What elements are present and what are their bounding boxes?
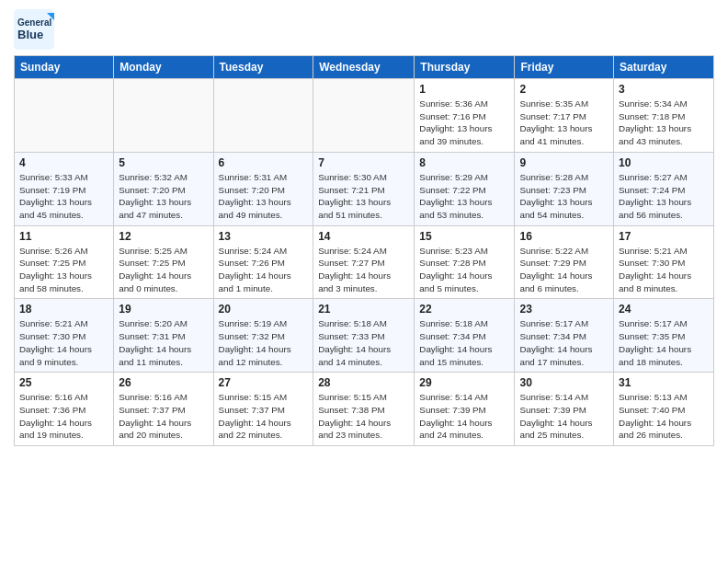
svg-text:General: General xyxy=(17,17,51,28)
calendar-cell: 9Sunrise: 5:28 AMSunset: 7:23 PMDaylight… xyxy=(515,152,614,225)
weekday-header: Saturday xyxy=(614,56,714,79)
day-number: 7 xyxy=(318,156,409,169)
weekday-header: Sunday xyxy=(15,56,114,79)
day-number: 22 xyxy=(419,303,509,316)
day-number: 14 xyxy=(318,230,409,243)
day-info: Sunrise: 5:26 AMSunset: 7:25 PMDaylight:… xyxy=(19,245,108,295)
day-number: 3 xyxy=(619,83,709,96)
day-info: Sunrise: 5:14 AMSunset: 7:39 PMDaylight:… xyxy=(419,391,509,442)
day-info: Sunrise: 5:36 AMSunset: 7:16 PMDaylight:… xyxy=(419,98,509,148)
day-info: Sunrise: 5:21 AMSunset: 7:30 PMDaylight:… xyxy=(619,245,709,295)
calendar-cell: 7Sunrise: 5:30 AMSunset: 7:21 PMDaylight… xyxy=(313,152,415,225)
weekday-header-row: SundayMondayTuesdayWednesdayThursdayFrid… xyxy=(15,56,714,79)
calendar-week-row: 11Sunrise: 5:26 AMSunset: 7:25 PMDayligh… xyxy=(15,225,714,299)
day-info: Sunrise: 5:24 AMSunset: 7:26 PMDaylight:… xyxy=(219,245,309,295)
day-number: 6 xyxy=(219,156,309,169)
calendar-cell: 14Sunrise: 5:24 AMSunset: 7:27 PMDayligh… xyxy=(313,225,415,299)
calendar-cell: 22Sunrise: 5:18 AMSunset: 7:34 PMDayligh… xyxy=(415,299,515,373)
day-info: Sunrise: 5:34 AMSunset: 7:18 PMDaylight:… xyxy=(619,98,709,148)
day-info: Sunrise: 5:13 AMSunset: 7:40 PMDaylight:… xyxy=(619,391,709,442)
page-container: General Blue SundayMondayTuesdayWednesda… xyxy=(0,0,728,455)
day-info: Sunrise: 5:16 AMSunset: 7:36 PMDaylight:… xyxy=(19,391,108,442)
calendar-cell: 26Sunrise: 5:16 AMSunset: 7:37 PMDayligh… xyxy=(114,373,213,446)
weekday-header: Tuesday xyxy=(213,56,313,79)
day-number: 4 xyxy=(19,156,108,169)
weekday-header: Wednesday xyxy=(313,56,415,79)
page-header: General Blue xyxy=(14,9,714,50)
day-info: Sunrise: 5:18 AMSunset: 7:33 PMDaylight:… xyxy=(318,317,409,368)
calendar-cell: 17Sunrise: 5:21 AMSunset: 7:30 PMDayligh… xyxy=(614,225,714,299)
day-number: 15 xyxy=(419,230,509,243)
calendar-cell: 21Sunrise: 5:18 AMSunset: 7:33 PMDayligh… xyxy=(313,299,415,373)
day-info: Sunrise: 5:17 AMSunset: 7:35 PMDaylight:… xyxy=(619,317,709,368)
day-number: 23 xyxy=(519,303,609,316)
day-number: 31 xyxy=(619,376,709,389)
day-number: 26 xyxy=(119,376,208,389)
day-number: 20 xyxy=(219,303,309,316)
day-info: Sunrise: 5:19 AMSunset: 7:32 PMDaylight:… xyxy=(219,317,309,368)
calendar-table: SundayMondayTuesdayWednesdayThursdayFrid… xyxy=(14,55,714,446)
weekday-header: Monday xyxy=(114,56,213,79)
day-info: Sunrise: 5:24 AMSunset: 7:27 PMDaylight:… xyxy=(318,245,409,295)
calendar-cell: 2Sunrise: 5:35 AMSunset: 7:17 PMDaylight… xyxy=(515,79,614,153)
calendar-cell: 13Sunrise: 5:24 AMSunset: 7:26 PMDayligh… xyxy=(213,225,313,299)
calendar-cell: 24Sunrise: 5:17 AMSunset: 7:35 PMDayligh… xyxy=(614,299,714,373)
day-number: 9 xyxy=(519,156,609,169)
calendar-week-row: 25Sunrise: 5:16 AMSunset: 7:36 PMDayligh… xyxy=(15,373,714,446)
day-number: 18 xyxy=(19,303,108,316)
day-number: 16 xyxy=(519,230,609,243)
day-number: 27 xyxy=(219,376,309,389)
day-number: 1 xyxy=(419,83,509,96)
day-info: Sunrise: 5:17 AMSunset: 7:34 PMDaylight:… xyxy=(519,317,609,368)
svg-text:Blue: Blue xyxy=(17,28,43,41)
calendar-cell: 5Sunrise: 5:32 AMSunset: 7:20 PMDaylight… xyxy=(114,152,213,225)
weekday-header: Thursday xyxy=(415,56,515,79)
day-info: Sunrise: 5:21 AMSunset: 7:30 PMDaylight:… xyxy=(19,317,108,368)
calendar-cell xyxy=(15,79,114,153)
calendar-week-row: 18Sunrise: 5:21 AMSunset: 7:30 PMDayligh… xyxy=(15,299,714,373)
day-info: Sunrise: 5:18 AMSunset: 7:34 PMDaylight:… xyxy=(419,317,509,368)
calendar-cell: 10Sunrise: 5:27 AMSunset: 7:24 PMDayligh… xyxy=(614,152,714,225)
day-number: 13 xyxy=(219,230,309,243)
day-number: 12 xyxy=(119,230,208,243)
day-info: Sunrise: 5:30 AMSunset: 7:21 PMDaylight:… xyxy=(318,171,409,222)
day-info: Sunrise: 5:29 AMSunset: 7:22 PMDaylight:… xyxy=(419,171,509,222)
calendar-cell: 20Sunrise: 5:19 AMSunset: 7:32 PMDayligh… xyxy=(213,299,313,373)
day-number: 30 xyxy=(519,376,609,389)
day-number: 28 xyxy=(318,376,409,389)
calendar-cell: 15Sunrise: 5:23 AMSunset: 7:28 PMDayligh… xyxy=(415,225,515,299)
calendar-cell: 18Sunrise: 5:21 AMSunset: 7:30 PMDayligh… xyxy=(15,299,114,373)
day-info: Sunrise: 5:15 AMSunset: 7:37 PMDaylight:… xyxy=(219,391,309,442)
calendar-cell: 28Sunrise: 5:15 AMSunset: 7:38 PMDayligh… xyxy=(313,373,415,446)
logo: General Blue xyxy=(14,9,54,50)
day-number: 11 xyxy=(19,230,108,243)
calendar-cell: 11Sunrise: 5:26 AMSunset: 7:25 PMDayligh… xyxy=(15,225,114,299)
day-info: Sunrise: 5:22 AMSunset: 7:29 PMDaylight:… xyxy=(519,245,609,295)
day-number: 24 xyxy=(619,303,709,316)
calendar-cell: 1Sunrise: 5:36 AMSunset: 7:16 PMDaylight… xyxy=(415,79,515,153)
day-info: Sunrise: 5:32 AMSunset: 7:20 PMDaylight:… xyxy=(119,171,208,222)
day-number: 5 xyxy=(119,156,208,169)
day-number: 2 xyxy=(519,83,609,96)
day-info: Sunrise: 5:23 AMSunset: 7:28 PMDaylight:… xyxy=(419,245,509,295)
calendar-cell: 19Sunrise: 5:20 AMSunset: 7:31 PMDayligh… xyxy=(114,299,213,373)
calendar-cell xyxy=(213,79,313,153)
weekday-header: Friday xyxy=(515,56,614,79)
day-info: Sunrise: 5:20 AMSunset: 7:31 PMDaylight:… xyxy=(119,317,208,368)
calendar-cell: 30Sunrise: 5:14 AMSunset: 7:39 PMDayligh… xyxy=(515,373,614,446)
calendar-cell: 4Sunrise: 5:33 AMSunset: 7:19 PMDaylight… xyxy=(15,152,114,225)
day-number: 25 xyxy=(19,376,108,389)
day-number: 21 xyxy=(318,303,409,316)
day-number: 10 xyxy=(619,156,709,169)
calendar-cell: 3Sunrise: 5:34 AMSunset: 7:18 PMDaylight… xyxy=(614,79,714,153)
day-info: Sunrise: 5:27 AMSunset: 7:24 PMDaylight:… xyxy=(619,171,709,222)
calendar-cell: 25Sunrise: 5:16 AMSunset: 7:36 PMDayligh… xyxy=(15,373,114,446)
day-info: Sunrise: 5:14 AMSunset: 7:39 PMDaylight:… xyxy=(519,391,609,442)
day-info: Sunrise: 5:33 AMSunset: 7:19 PMDaylight:… xyxy=(19,171,108,222)
calendar-cell: 23Sunrise: 5:17 AMSunset: 7:34 PMDayligh… xyxy=(515,299,614,373)
day-info: Sunrise: 5:25 AMSunset: 7:25 PMDaylight:… xyxy=(119,245,208,295)
day-info: Sunrise: 5:28 AMSunset: 7:23 PMDaylight:… xyxy=(519,171,609,222)
calendar-cell: 6Sunrise: 5:31 AMSunset: 7:20 PMDaylight… xyxy=(213,152,313,225)
day-number: 19 xyxy=(119,303,208,316)
day-number: 29 xyxy=(419,376,509,389)
